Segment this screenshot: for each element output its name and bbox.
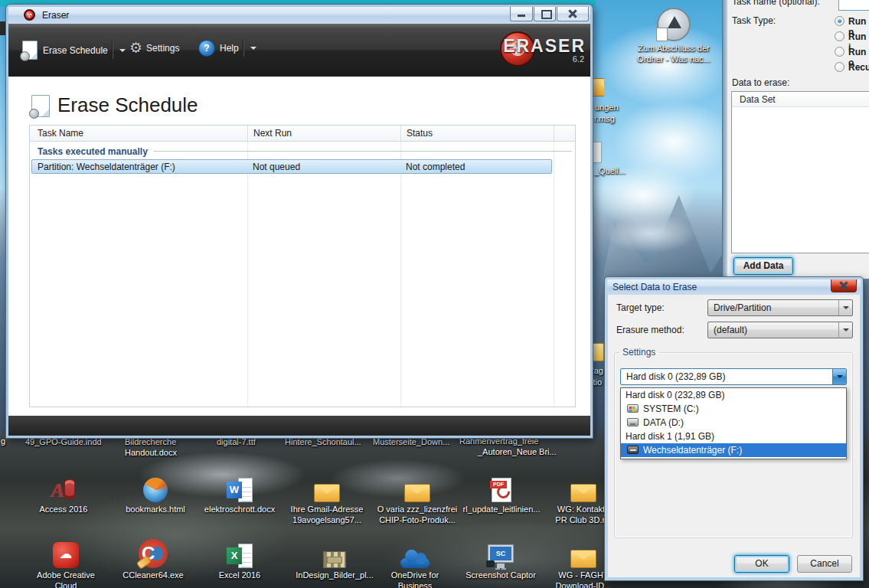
target-type-value: Drive/Partition (714, 302, 771, 313)
data-to-erase-label: Data to erase: (732, 77, 789, 88)
desktop-label-fragment[interactable]: Handout.docx (125, 448, 177, 457)
desktop-icon-screenshot-captor[interactable]: SC Screenshot Captor (459, 534, 543, 581)
drive-option-hd1[interactable]: Hard disk 1 (1,91 GB) (621, 430, 846, 443)
drive-option-label: DATA (D:) (643, 417, 684, 428)
onedrive-cloud-icon (399, 550, 431, 568)
erase-schedule-menu[interactable]: Erase Schedule (22, 41, 126, 60)
desktop-icon-onedrive[interactable]: OneDrive for Business (373, 534, 457, 588)
eraser-titlebar[interactable]: ☢ Eraser (8, 7, 590, 24)
dialog-close-button[interactable] (831, 279, 857, 292)
column-header-status[interactable]: Status (407, 128, 433, 139)
desktop-icon-indesign-bilder[interactable]: InDesign_Bilder_pl... (292, 534, 377, 581)
desktop-icon-ccleaner[interactable]: C CCleaner64.exe (111, 534, 195, 581)
chevron-down-icon[interactable] (250, 47, 256, 50)
column-divider[interactable] (400, 126, 401, 141)
task-row[interactable]: Partition: Wechseldatenträger (F:) Not q… (31, 159, 552, 174)
envelope-icon (592, 78, 604, 96)
maximize-button[interactable] (534, 7, 556, 21)
ok-button[interactable]: OK (734, 555, 789, 573)
chevron-down-icon[interactable] (838, 322, 852, 338)
next-run-cell: Not queued (253, 162, 300, 172)
logo-text: ERASER (503, 36, 586, 57)
envelope-icon (570, 550, 596, 568)
data-set-header[interactable]: Data Set (732, 92, 869, 107)
desktop-label-fragment[interactable]: r.msg (594, 114, 615, 123)
desktop-icon-label: Ihre Gmail-Adresse (285, 505, 369, 515)
radio-recurring[interactable] (835, 62, 844, 72)
radio-run-on-restart[interactable] (835, 47, 844, 57)
column-header-task-name[interactable]: Task Name (38, 128, 83, 139)
removable-drive-icon (627, 446, 639, 454)
data-set-list[interactable]: Data Set (731, 91, 869, 253)
column-divider[interactable] (554, 126, 554, 141)
help-menu[interactable]: ? Help (198, 40, 256, 57)
desktop-icon-access-2016[interactable]: A Access 2016 (21, 469, 106, 515)
desktop-icon-zum-abschluss[interactable]: Zum Abschluss der Ordner - Was nac... (626, 8, 721, 64)
column-divider[interactable] (247, 126, 248, 141)
desktop-label-fragment[interactable]: g (1, 436, 5, 446)
dialog-title: Select Data to Erase (613, 282, 697, 292)
desktop-icon-label: 19avogelsang57... (285, 515, 369, 526)
drive-option-data-d[interactable]: DATA (D:) (621, 416, 846, 430)
eraser-app-icon: ☢ (24, 9, 35, 21)
system-drive-icon (627, 404, 639, 413)
settings-menu[interactable]: ⚙ Settings (129, 41, 179, 55)
erase-schedule-icon (22, 41, 38, 60)
drive-combobox[interactable]: Hard disk 0 (232,89 GB) (620, 368, 847, 385)
desktop-label-fragment[interactable]: Hintere_Schontaul... (285, 437, 361, 446)
envelope-icon[interactable] (592, 76, 604, 99)
desktop-icon-chip-foto[interactable]: O varia zzz_lizenzfrei CHIP-Foto-Produk.… (371, 469, 463, 525)
desktop-icon-elektroschrott-docx[interactable]: W elektroschrott.docx (198, 469, 282, 515)
desktop-icon-label: Adobe Creative (24, 570, 108, 581)
window-controls (510, 7, 589, 21)
chevron-down-icon[interactable] (119, 49, 126, 52)
desktop-icon-label: Download-ID... (541, 581, 626, 588)
drive-option-system-c[interactable]: SYSTEM (C:) (621, 402, 846, 416)
toolbar-divider (243, 40, 243, 57)
radio-run-immediately[interactable] (835, 31, 844, 41)
radio-label[interactable]: Recur (848, 62, 869, 73)
chevron-down-icon[interactable] (832, 369, 846, 384)
status-cell: Not completed (406, 162, 465, 172)
desktop-icon-label: Excel 2016 (198, 570, 282, 581)
desktop-icon-adobe-cc[interactable]: ☁ Adobe Creative Cloud (24, 534, 108, 588)
desktop-label-fragment[interactable]: 49_GPO-Guide.indd (25, 437, 102, 446)
erasure-method-label: Erasure method: (616, 325, 684, 335)
document-icon[interactable] (593, 142, 602, 163)
desktop-label-fragment[interactable]: _Autoren_Neue Bri... (478, 447, 557, 456)
desktop-icon-gmail-adresse[interactable]: Ihre Gmail-Adresse 19avogelsang57... (285, 469, 369, 525)
cancel-button[interactable]: Cancel (797, 555, 852, 573)
desktop: ungen r.msg _Quell... trag ctio g 49_GPO… (0, 0, 869, 588)
data-drive-icon (627, 418, 639, 426)
desktop-icon-label: OneDrive for (373, 570, 457, 581)
target-type-select[interactable]: Drive/Partition (707, 299, 853, 316)
column-header-next-run[interactable]: Next Run (253, 128, 292, 139)
add-data-button[interactable]: Add Data (733, 257, 793, 275)
task-name-input[interactable] (838, 0, 869, 11)
desktop-icon-rl-update[interactable]: PDF rl_update_leitlinien... (459, 469, 544, 515)
desktop-icon-bookmarks-html[interactable]: bookmarks.html (113, 469, 198, 515)
snow-decor (605, 214, 697, 253)
desktop-label-fragment[interactable]: digital-7.ttf (217, 437, 256, 446)
radio-run-manually[interactable] (835, 16, 844, 26)
desktop-label-fragment[interactable]: ungen (595, 103, 619, 112)
desktop-label-fragment[interactable]: Bildrecherche (125, 437, 176, 446)
erase-schedule-page-icon (31, 95, 50, 117)
adobe-creative-cloud-icon: ☁ (53, 542, 79, 568)
group-rule (154, 151, 572, 152)
background-window-edge (0, 21, 5, 35)
drive-option-removable-f-selected[interactable]: Wechseldatenträger (F:) (621, 443, 846, 457)
desktop-icon-excel-2016[interactable]: X Excel 2016 (198, 534, 282, 581)
erasure-method-select[interactable]: (default) (707, 322, 853, 338)
close-button[interactable] (557, 7, 589, 21)
chevron-down-icon[interactable] (838, 300, 852, 315)
table-group-row[interactable]: Tasks executed manually (30, 144, 572, 158)
select-data-dialog: Select Data to Erase Target type: Drive/… (605, 277, 863, 580)
dialog-titlebar[interactable]: Select Data to Erase (607, 279, 861, 295)
minimize-button[interactable] (510, 7, 533, 21)
desktop-label-fragment[interactable]: Musterseite_Down... (373, 437, 449, 446)
desktop-label-fragment[interactable]: _Quell... (594, 166, 626, 175)
arrow-badge-icon (657, 8, 691, 41)
desktop-icon-label: O varia zzz_lizenzfrei (371, 505, 463, 515)
drive-option-hd0[interactable]: Hard disk 0 (232,89 GB) (621, 388, 846, 402)
